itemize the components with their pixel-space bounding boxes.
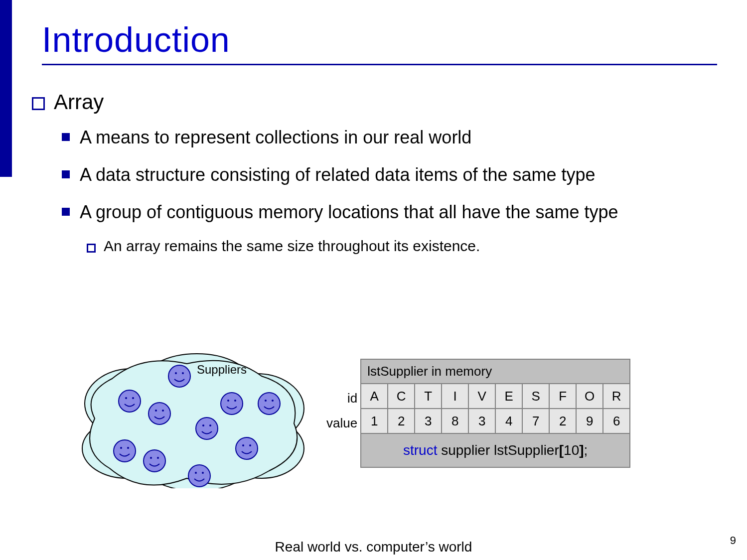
svg-point-14	[155, 410, 157, 412]
svg-point-25	[114, 440, 136, 462]
svg-point-22	[258, 393, 280, 415]
svg-point-11	[175, 372, 177, 374]
svg-point-21	[234, 400, 236, 402]
svg-point-26	[120, 447, 122, 449]
cloud-label: Suppliers	[197, 363, 247, 377]
mem-cell: 2	[549, 409, 576, 433]
open-square-bullet-icon	[32, 97, 45, 110]
decl-size: 10	[564, 442, 579, 458]
mem-cell: S	[522, 384, 549, 409]
svg-point-10	[168, 365, 190, 387]
svg-point-34	[236, 437, 258, 459]
mem-cell: 9	[576, 409, 603, 433]
svg-point-17	[202, 424, 204, 426]
mem-cell: 6	[603, 409, 630, 433]
open-square-bullet-small-icon	[87, 244, 96, 253]
row-label-id: id	[326, 386, 357, 411]
svg-point-33	[202, 472, 204, 474]
memory-row-value: 1 2 3 8 3 4 7 2 9 6	[361, 409, 630, 433]
mem-cell: E	[495, 384, 522, 409]
mem-cell: T	[415, 384, 442, 409]
mem-cell: A	[361, 384, 388, 409]
filled-square-bullet-icon	[62, 208, 70, 216]
svg-point-28	[144, 450, 165, 472]
mem-cell: F	[549, 384, 576, 409]
svg-point-16	[196, 418, 218, 439]
mem-cell: V	[468, 384, 495, 409]
title-underline	[42, 64, 717, 65]
suppliers-cloud-diagram: Suppliers	[72, 349, 311, 488]
mem-cell: 3	[415, 409, 442, 433]
decl-semi: ;	[584, 442, 588, 458]
decl-lbracket: [	[559, 442, 564, 458]
mem-cell: 7	[522, 409, 549, 433]
svg-point-19	[221, 393, 243, 415]
svg-point-35	[242, 444, 244, 446]
svg-point-29	[150, 457, 152, 459]
bullet-lvl2-text: A data structure consisting of related d…	[80, 163, 596, 187]
svg-point-24	[272, 400, 274, 402]
mem-cell: O	[576, 384, 603, 409]
mem-cell: 2	[388, 409, 415, 433]
mem-cell: R	[603, 384, 630, 409]
bullet-lvl3: An array remains the same size throughou…	[87, 238, 717, 255]
slide-caption: Real world vs. computer’s world	[275, 539, 472, 555]
memory-row-labels: id value	[326, 359, 357, 435]
slide-accent-sidebar	[0, 0, 12, 177]
decl-rbracket: ]	[579, 442, 584, 458]
svg-point-18	[209, 424, 211, 426]
mem-cell: I	[442, 384, 468, 409]
bullet-lvl1: Array	[32, 90, 717, 114]
bullet-lvl2: A means to represent collections in our …	[62, 126, 717, 149]
bullet-lvl2-text: A group of contiguous memory locations t…	[80, 201, 618, 224]
svg-point-12	[182, 372, 184, 374]
svg-point-32	[195, 472, 197, 474]
svg-point-7	[119, 390, 141, 412]
filled-square-bullet-icon	[62, 133, 70, 141]
bullet-lvl2-text: A means to represent collections in our …	[80, 126, 471, 149]
svg-point-15	[162, 410, 164, 412]
cloud-svg	[72, 349, 311, 488]
decl-keyword: struct	[403, 442, 437, 458]
svg-point-31	[188, 465, 210, 487]
svg-point-23	[265, 400, 267, 402]
decl-mid: supplier lstSupplier	[437, 442, 559, 458]
svg-point-9	[132, 397, 134, 399]
memory-declaration: struct supplier lstSupplier[10];	[361, 433, 630, 467]
memory-row-id: A C T I V E S F O R	[361, 384, 630, 409]
svg-point-27	[127, 447, 129, 449]
bullet-lvl2: A group of contiguous memory locations t…	[62, 201, 717, 224]
memory-table: lstSupplier in memory A C T I V E S F O …	[360, 359, 630, 468]
mem-cell: 8	[442, 409, 468, 433]
bullet-lvl3-text: An array remains the same size throughou…	[104, 238, 480, 255]
diagram-row: Suppliers id value lstSupplier in memory…	[72, 349, 742, 488]
memory-header: lstSupplier in memory	[361, 359, 630, 384]
mem-cell: 4	[495, 409, 522, 433]
svg-point-8	[125, 397, 127, 399]
slide-title: Introduction	[42, 20, 717, 60]
mem-cell: C	[388, 384, 415, 409]
svg-point-30	[157, 457, 159, 459]
svg-point-13	[149, 403, 170, 424]
mem-cell: 1	[361, 409, 388, 433]
bullet-lvl1-text: Array	[54, 90, 104, 114]
mem-cell: 3	[468, 409, 495, 433]
page-number: 9	[730, 534, 736, 547]
filled-square-bullet-icon	[62, 170, 70, 178]
row-label-value: value	[326, 411, 357, 435]
memory-table-wrap: id value lstSupplier in memory A C T I V…	[326, 359, 630, 468]
bullet-lvl2: A data structure consisting of related d…	[62, 163, 717, 187]
svg-point-36	[249, 444, 251, 446]
svg-point-20	[227, 400, 229, 402]
